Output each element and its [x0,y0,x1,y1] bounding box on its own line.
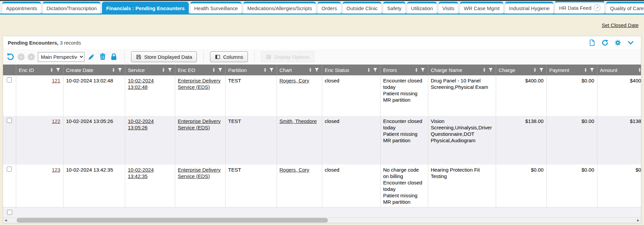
footer-checkbox[interactable] [7,210,12,215]
sort-icon[interactable]: ▲▼ [534,68,537,72]
tab-visits[interactable]: Visits [438,2,459,14]
tab-outside-clinic[interactable]: Outside Clinic [342,2,382,14]
display-options-button: Display Options [261,51,314,62]
edit-pencil-icon[interactable] [87,53,96,61]
enc-id-link[interactable]: 122 [52,118,60,124]
sort-icon[interactable]: ▲▼ [162,68,165,72]
chart-cell: Rogers, Cory [277,75,322,116]
sort-icon[interactable]: ▲▼ [638,68,641,72]
row-select-cell [3,165,16,207]
filter-funnel-icon[interactable] [373,68,378,72]
scroll-left-arrow[interactable]: ◀ [3,218,8,223]
tab-industrial-hygiene[interactable]: Industrial Hygiene [505,2,553,14]
column-header-payment: Payment▲▼ [546,65,597,75]
column-label: Errors [383,67,397,73]
sort-icon[interactable]: ▲▼ [415,68,418,72]
sort-icon[interactable]: ▲▼ [309,68,312,72]
scroll-right-arrow[interactable]: ▶ [636,218,641,223]
chart-link[interactable]: Rogers, Cory [280,167,309,173]
tab-appointments[interactable]: Appointments [2,2,41,14]
tab-utilization[interactable]: Utilization [407,2,437,14]
tab-financials-pending-encounters[interactable]: Financials : Pending Encounters [102,2,189,14]
filter-funnel-icon[interactable] [168,68,172,72]
service-link[interactable]: 10-02-2024 13:05:26 [128,118,154,130]
toolbar-divider [254,51,255,62]
panel-header-icons [589,39,634,46]
filter-funnel-icon[interactable] [314,68,319,72]
filter-funnel-icon[interactable] [269,68,274,72]
chart-link[interactable]: Smith, Theodore [280,118,317,124]
payment-cell: $0.00 [546,75,597,116]
sort-icon[interactable]: ▲▼ [112,68,115,72]
sort-icon[interactable]: ▲▼ [483,68,486,72]
tab-medications-allergies-scripts[interactable]: Medications/Allergies/Scripts [243,2,316,14]
collapse-chevron-down-icon[interactable] [627,39,634,46]
tab-label: Safety [387,5,402,11]
undo-reset-icon[interactable] [6,53,15,61]
filter-funnel-icon[interactable] [590,68,594,72]
enc-eo-link[interactable]: Enterprise Delivery Service (EDS) [178,78,221,90]
enc-status-cell: closed [322,165,380,207]
columns-button[interactable]: Columns [210,51,248,62]
errors-cell: Encounter closed todayPatient missing MR… [380,75,428,116]
create-date-cell: 10-02-2024 13:42:35 [63,165,125,207]
filter-funnel-icon[interactable] [118,68,122,72]
filter-funnel-icon[interactable] [218,68,223,72]
enc-id-link[interactable]: 123 [52,167,60,173]
column-label: Partition [228,67,247,73]
filter-funnel-icon[interactable] [56,68,60,72]
delete-trash-icon[interactable] [99,53,107,61]
save-floppy-icon [136,54,141,60]
columns-label: Columns [223,54,243,60]
sort-icon[interactable]: ▲▼ [584,68,587,72]
sort-icon[interactable]: ▲▼ [367,68,370,72]
row-checkbox[interactable] [7,77,12,82]
tab-label: Industrial Hygiene [509,5,549,11]
filter-funnel-icon[interactable] [488,68,493,72]
sort-icon[interactable]: ▲▼ [264,68,267,72]
lock-icon[interactable] [110,53,118,61]
refresh-icon[interactable] [601,39,609,46]
error-item: Patient missing MR partition [383,192,425,205]
row-checkbox[interactable] [7,167,12,172]
tab-orders[interactable]: Orders [317,2,341,14]
perspective-select[interactable]: Main Perspective [38,52,84,62]
gear-icon[interactable] [614,39,621,46]
error-item: Encounter closed today [383,118,425,131]
tab-safety[interactable]: Safety [383,2,406,14]
table-row: 121 10-02-2024 13:02:48 10-02-2024 13:02… [3,75,641,116]
tab-health-surveillance[interactable]: Health Surveillance [190,2,242,14]
service-link[interactable]: 10-02-2024 13:42:35 [128,167,154,179]
new-document-icon[interactable] [589,39,596,46]
partition-cell: TEST [225,116,277,165]
enc-eo-link[interactable]: Enterprise Delivery Service (EDS) [178,167,221,179]
previous-perspective-button[interactable]: ‹ [18,53,25,60]
enc-eo-link[interactable]: Enterprise Delivery Service (EDS) [178,118,221,130]
tab-label: Financials : Pending Encounters [106,5,185,11]
chart-link[interactable]: Rogers, Cory [280,78,309,83]
filter-funnel-icon[interactable] [539,68,544,72]
tab-dictation-transcription[interactable]: Dictation/Transcription [43,2,101,14]
sort-icon[interactable]: ▲▼ [50,68,53,72]
set-closed-date-link[interactable]: Set Closed Date [602,22,639,28]
service-link[interactable]: 10-02-2024 13:02:48 [128,78,154,90]
horizontal-scrollbar[interactable]: ◀ ▶ [3,217,641,223]
tab-wr-case-mgmt[interactable]: WR Case Mgmt [460,2,504,14]
tab-label: Outside Clinic [346,5,378,11]
enc-id-link[interactable]: 121 [52,78,60,83]
column-header-partition: Partition▲▼ [225,65,277,75]
scrollbar-thumb[interactable] [17,218,328,223]
enc-status-cell: closed [322,75,380,116]
column-header-charge-name: Charge Name▲▼ [428,65,496,75]
filter-funnel-icon[interactable] [420,68,425,72]
row-checkbox[interactable] [7,118,12,123]
pending-encounters-table: Enc ID▲▼ Create Date▲▼ Service▲▼ Enc EO▲… [3,65,641,207]
store-displayed-data-button[interactable]: Store Displayed Data [131,51,197,62]
next-perspective-button[interactable]: › [28,53,35,60]
column-label: Payment [549,67,569,73]
tab-quality-of-care[interactable]: Quality of Care [606,2,644,14]
tab-hr-data-feed[interactable]: HR Data Feed ↗ [555,1,604,14]
panel-header: Pending Encounters, 3 records [3,36,641,49]
chart-cell: Smith, Theodore [277,116,322,165]
sort-icon[interactable]: ▲▼ [212,68,215,72]
